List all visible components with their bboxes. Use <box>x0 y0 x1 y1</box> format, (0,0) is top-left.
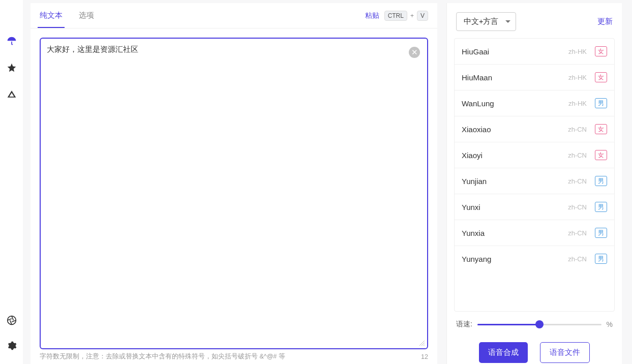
gender-tag: 女 <box>595 124 607 134</box>
footer-hint: 字符数无限制，注意：去除或替换文本中含有的特殊符号，如尖括号破折号 &^@# 等 <box>40 352 285 361</box>
textarea-box: ✕ <box>40 38 428 349</box>
text-input[interactable] <box>41 39 427 348</box>
voice-row[interactable]: Xiaoxiaozh-CN女 <box>455 116 614 142</box>
voice-name: WanLung <box>462 99 568 108</box>
text-panel: 纯文本 选项 粘贴 CTRL + V ✕ 字符数无限制，注意：去除或替换文本中含… <box>31 3 437 364</box>
speed-slider[interactable] <box>477 323 601 326</box>
speed-row: 语速: % <box>447 312 622 337</box>
voice-file-button[interactable]: 语音文件 <box>540 342 590 363</box>
clear-button[interactable]: ✕ <box>409 47 420 58</box>
language-select-label: 中文+方言 <box>464 17 498 26</box>
char-count: 12 <box>421 353 428 360</box>
umbrella-icon[interactable] <box>6 36 17 47</box>
voice-name: HiuGaai <box>462 47 568 56</box>
gender-tag: 女 <box>595 72 607 82</box>
voice-locale: zh-CN <box>568 203 587 211</box>
voice-row[interactable]: Yunxizh-CN男 <box>455 194 614 220</box>
gender-tag: 男 <box>595 98 607 108</box>
voice-row[interactable]: Yunxiazh-CN男 <box>455 220 614 246</box>
slider-fill <box>477 324 539 325</box>
voice-locale: zh-CN <box>568 151 587 159</box>
voice-row[interactable]: WanLungzh-HK男 <box>455 90 614 116</box>
voice-name: Yunyang <box>462 255 568 263</box>
tab-plain-text[interactable]: 纯文本 <box>40 4 63 27</box>
tabs-bar: 纯文本 选项 粘贴 CTRL + V <box>31 3 437 28</box>
aperture-icon[interactable] <box>6 315 17 326</box>
voice-locale: zh-HK <box>568 48 587 55</box>
voice-name: Yunxia <box>462 229 568 237</box>
key-v: V <box>417 11 428 21</box>
voice-locale: zh-HK <box>568 100 587 107</box>
footer-row: 字符数无限制，注意：去除或替换文本中含有的特殊符号，如尖括号破折号 &^@# 等… <box>40 352 428 361</box>
close-icon: ✕ <box>411 48 418 57</box>
sidebar <box>0 0 23 364</box>
gender-tag: 女 <box>595 150 607 160</box>
voice-name: Xiaoyi <box>462 151 568 160</box>
main-area: 纯文本 选项 粘贴 CTRL + V ✕ 字符数无限制，注意：去除或替换文本中含… <box>23 0 632 364</box>
speed-label: 语速: <box>456 320 472 329</box>
gender-tag: 女 <box>595 46 607 56</box>
voice-row[interactable]: HiuMaanzh-HK女 <box>455 65 614 90</box>
refresh-link[interactable]: 更新 <box>597 17 613 26</box>
voice-row[interactable]: Xiaoyizh-CN女 <box>455 142 614 168</box>
paste-hint: 粘贴 CTRL + V <box>365 11 428 21</box>
synthesize-button[interactable]: 语音合成 <box>479 342 528 363</box>
voice-row[interactable]: Yunjianzh-CN男 <box>455 168 614 194</box>
gender-tag: 男 <box>595 202 607 212</box>
voice-locale: zh-CN <box>568 255 587 263</box>
voice-locale: zh-CN <box>568 229 587 237</box>
gender-tag: 男 <box>595 228 607 238</box>
key-plus: + <box>410 12 414 19</box>
voice-panel: 中文+方言 更新 HiuGaaizh-HK女HiuMaanzh-HK女WanLu… <box>446 3 622 364</box>
voice-row[interactable]: Yunyangzh-CN男 <box>455 246 614 271</box>
paste-label[interactable]: 粘贴 <box>365 11 379 20</box>
voice-locale: zh-CN <box>568 177 587 185</box>
star-icon[interactable] <box>6 62 17 73</box>
voice-name: Yunjian <box>462 177 568 186</box>
voice-list[interactable]: HiuGaaizh-HK女HiuMaanzh-HK女WanLungzh-HK男X… <box>454 38 615 312</box>
gear-icon[interactable] <box>6 340 17 351</box>
voice-name: HiuMaan <box>462 73 568 82</box>
voice-name: Yunxi <box>462 203 568 211</box>
triangle-icon[interactable] <box>6 88 17 100</box>
tab-options[interactable]: 选项 <box>79 4 94 27</box>
key-ctrl: CTRL <box>384 11 407 21</box>
voice-locale: zh-HK <box>568 74 587 81</box>
voice-row[interactable]: HiuGaaizh-HK女 <box>455 39 614 65</box>
textarea-wrapper: ✕ 字符数无限制，注意：去除或替换文本中含有的特殊符号，如尖括号破折号 &^@#… <box>31 28 437 364</box>
slider-thumb[interactable] <box>535 320 544 328</box>
percent-suffix: % <box>607 320 613 328</box>
voice-locale: zh-CN <box>568 126 587 133</box>
language-select[interactable]: 中文+方言 <box>456 12 516 31</box>
voice-name: Xiaoxiao <box>462 125 568 134</box>
voice-panel-header: 中文+方言 更新 <box>447 3 622 38</box>
gender-tag: 男 <box>595 176 607 186</box>
gender-tag: 男 <box>595 254 607 264</box>
chevron-down-icon <box>505 20 510 23</box>
action-row: 语音合成 语音文件 <box>447 337 622 364</box>
svg-point-0 <box>7 316 16 325</box>
